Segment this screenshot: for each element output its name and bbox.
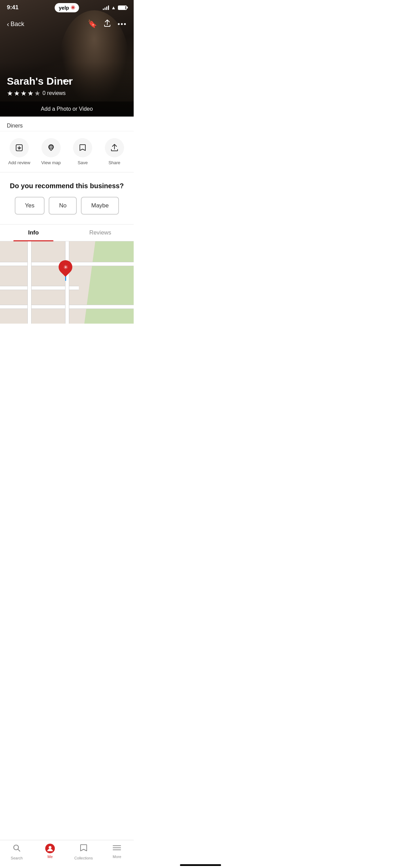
star-5: ★ — [34, 89, 40, 97]
view-map-button[interactable]: View map — [39, 138, 63, 165]
stars: ★ ★ ★ ★ ★ — [7, 89, 40, 97]
tabs-row: Info Reviews — [0, 225, 134, 241]
recommend-buttons: Yes No Maybe — [15, 197, 119, 215]
status-time: 9:41 — [7, 4, 19, 11]
road-v1 — [27, 241, 32, 324]
bookmark-icon[interactable]: 🔖 — [88, 20, 97, 28]
tab-info[interactable]: Info — [0, 225, 67, 241]
tab-reviews[interactable]: Reviews — [67, 225, 134, 241]
road-v2 — [65, 241, 69, 324]
tab-info-label: Info — [28, 229, 39, 236]
share-action-button[interactable]: Share — [102, 138, 126, 165]
view-map-label: View map — [41, 160, 61, 165]
status-icons: ▲ — [103, 5, 127, 10]
share-action-icon — [105, 138, 124, 157]
save-label: Save — [77, 160, 88, 165]
back-chevron-icon: ‹ — [7, 20, 9, 28]
content-area: Diners Add review View map — [0, 117, 134, 354]
star-3: ★ — [21, 89, 27, 97]
rating-row: ★ ★ ★ ★ ★ 0 reviews — [7, 89, 127, 97]
yelp-burst-icon: ✳ — [71, 4, 75, 11]
view-map-icon — [41, 138, 61, 157]
nav-bar: ‹ Back 🔖 ••• — [0, 15, 134, 33]
add-review-icon — [10, 138, 29, 157]
yelp-logo-text: yelp — [59, 5, 69, 11]
add-photo-bar[interactable]: Add a Photo or Video — [0, 101, 134, 117]
tab-reviews-label: Reviews — [89, 229, 111, 236]
battery-icon — [118, 5, 127, 10]
add-review-label: Add review — [8, 160, 30, 165]
save-icon — [73, 138, 92, 157]
business-name: Sarah's Diner — [7, 75, 127, 87]
star-1: ★ — [7, 89, 13, 97]
status-bar: 9:41 yelp ✳ ▲ — [0, 0, 134, 15]
recommend-title: Do you recommend this business? — [10, 182, 124, 190]
star-4: ★ — [27, 89, 34, 97]
map-pin-head: ✳ — [56, 257, 75, 277]
back-label: Back — [11, 21, 24, 28]
add-review-button[interactable]: Add review — [7, 138, 31, 165]
save-button[interactable]: Save — [71, 138, 95, 165]
maybe-button[interactable]: Maybe — [81, 197, 119, 215]
share-label: Share — [108, 160, 120, 165]
map-pin-icon: ✳ — [63, 264, 68, 270]
nav-right-icons: 🔖 ••• — [88, 20, 127, 29]
category-label: Diners — [7, 123, 23, 129]
star-2: ★ — [14, 89, 20, 97]
yelp-logo-badge: yelp ✳ — [54, 3, 79, 12]
recommend-section: Do you recommend this business? Yes No M… — [0, 172, 134, 225]
add-photo-label: Add a Photo or Video — [41, 106, 93, 112]
map-green-area — [79, 241, 134, 324]
action-buttons: Add review View map Save — [0, 131, 134, 172]
map-pin: ✳ — [59, 260, 72, 281]
no-button[interactable]: No — [49, 197, 77, 215]
back-button[interactable]: ‹ Back — [7, 20, 24, 28]
share-icon[interactable] — [104, 20, 111, 29]
signal-icon — [103, 5, 109, 10]
hero-text: Sarah's Diner ★ ★ ★ ★ ★ 0 reviews — [7, 75, 127, 97]
hero-image: ‹ Back 🔖 ••• Sarah's Diner ★ ★ ★ ★ ★ — [0, 0, 134, 117]
more-icon[interactable]: ••• — [118, 20, 127, 28]
map-section[interactable]: ✳ — [0, 241, 134, 324]
wifi-icon: ▲ — [111, 5, 116, 10]
yes-button[interactable]: Yes — [15, 197, 45, 215]
category-row: Diners — [0, 117, 134, 131]
review-count: 0 reviews — [42, 90, 66, 96]
svg-point-2 — [50, 146, 52, 148]
